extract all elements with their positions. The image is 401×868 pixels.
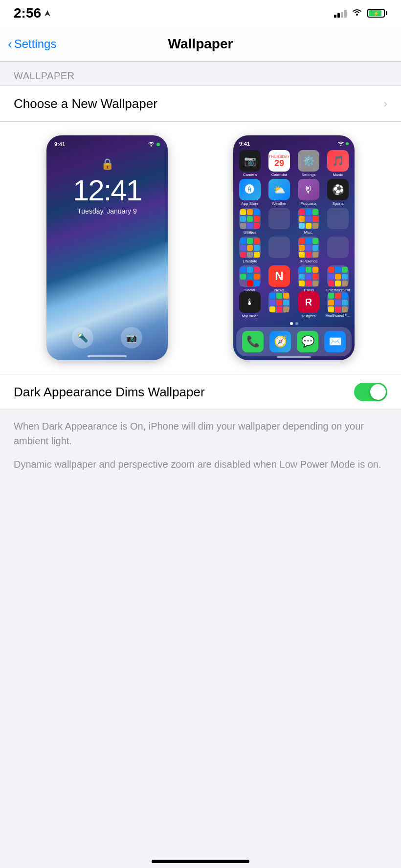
footer-note-1: When Dark Appearance is On, iPhone will …	[14, 419, 387, 448]
back-button[interactable]: ‹ Settings	[8, 37, 56, 51]
flashlight-icon: 🔦	[72, 327, 93, 348]
lock-wifi-icon	[148, 142, 155, 147]
lock-status-bar: 9:41	[46, 135, 168, 149]
lock-home-bar	[88, 355, 127, 357]
chevron-right-icon: ›	[383, 97, 387, 110]
section-header-wallpaper: WALLPAPER	[0, 62, 401, 86]
lock-screen-preview[interactable]: 9:41 🔒 12:41 Tuesday, January 9 🔦	[46, 135, 168, 360]
home-page-dots	[233, 320, 355, 327]
app-myradar: 🌡 MyRadar	[236, 291, 264, 318]
home-status-bar: 9:41	[233, 135, 355, 148]
home-extra-row: 🌡 MyRadar	[233, 291, 355, 320]
app-weather: ⛅ Weather	[266, 179, 293, 206]
time-label: 2:56	[14, 5, 41, 21]
app-empty4	[324, 237, 352, 263]
app-sports: ⚽ Sports	[324, 179, 352, 206]
page-title: Wallpaper	[168, 36, 233, 52]
app-misc: Misc.	[295, 208, 322, 235]
app-music: 🎵 Music	[324, 150, 352, 177]
home-indicator	[277, 356, 311, 358]
app-calendar: Thursday 29 Calendar	[266, 150, 293, 177]
lock-date: Tuesday, January 9	[77, 207, 136, 215]
app-news: N News	[266, 265, 293, 291]
footer-note-2: Dynamic wallpaper and perspective zoom a…	[14, 457, 387, 472]
app-podcasts: 🎙 Podcasts	[295, 179, 322, 206]
home-app-grid: 📷 Camera Thursday 29 Calendar ⚙️ Setting…	[233, 148, 355, 291]
home-screen-preview[interactable]: 9:41 📷 Camera	[233, 135, 355, 360]
page-dot-2	[295, 322, 298, 325]
svg-point-1	[356, 14, 358, 16]
svg-point-3	[340, 145, 341, 146]
back-label: Settings	[14, 37, 57, 51]
lock-time-tiny: 9:41	[54, 141, 65, 147]
dock-mail: ✉️	[324, 331, 346, 352]
toggle-knob	[370, 384, 386, 400]
lock-clock: 12:41	[73, 174, 141, 207]
dock-safari: 🧭	[269, 331, 291, 352]
lock-screen-display: 9:41 🔒 12:41 Tuesday, January 9 🔦	[46, 135, 168, 360]
app-folder3	[266, 291, 293, 318]
lock-bottom-controls: 🔦 📷	[46, 327, 168, 348]
app-healthcare: Healthcare&Fit...	[324, 291, 352, 318]
app-utilities: Utilities	[236, 208, 264, 235]
app-settings: ⚙️ Settings	[295, 150, 322, 177]
bottom-padding	[0, 480, 401, 578]
dock-messages: 💬	[297, 331, 318, 352]
svg-point-2	[151, 145, 152, 146]
app-travel: Travel	[295, 265, 322, 291]
home-indicator-bar	[152, 860, 249, 863]
status-time-display: 2:56	[14, 5, 51, 21]
app-rutgers: R Rutgers	[295, 291, 322, 318]
app-camera: 📷 Camera	[236, 150, 264, 177]
app-folder2: Lifestyle	[236, 237, 264, 263]
choose-wallpaper-item[interactable]: Choose a New Wallpaper ›	[0, 86, 401, 121]
page-dot-1	[290, 322, 293, 325]
dark-appearance-toggle[interactable]	[354, 383, 387, 401]
section-header-label: WALLPAPER	[14, 70, 75, 81]
dock-phone: 📞	[242, 331, 264, 352]
back-chevron-icon: ‹	[8, 38, 12, 50]
home-screen-display: 9:41 📷 Camera	[233, 135, 355, 360]
camera-icon: 📷	[121, 327, 142, 348]
choose-wallpaper-label: Choose a New Wallpaper	[14, 96, 157, 111]
dark-appearance-label: Dark Appearance Dims Wallpaper	[14, 385, 205, 400]
app-appstore: 🅐 App Store	[236, 179, 264, 206]
app-empty2	[324, 208, 352, 235]
wifi-icon	[352, 8, 362, 19]
app-empty1	[266, 208, 293, 235]
status-bar: 2:56 ⚡	[0, 0, 401, 26]
app-entertainment: Entertainment	[324, 265, 352, 291]
lock-green-dot	[156, 143, 160, 146]
location-icon	[44, 10, 51, 17]
app-empty3	[266, 237, 293, 263]
dark-appearance-toggle-row: Dark Appearance Dims Wallpaper	[0, 374, 401, 410]
nav-bar: ‹ Settings Wallpaper	[0, 26, 401, 62]
wallpaper-list-section: Choose a New Wallpaper ›	[0, 86, 401, 122]
signal-icon	[334, 9, 347, 18]
svg-marker-0	[45, 10, 50, 16]
lock-status-icons	[148, 142, 160, 147]
home-dock: 📞 🧭 💬 ✉️	[236, 327, 352, 356]
dark-appearance-section: Dark Appearance Dims Wallpaper	[0, 374, 401, 410]
footer-notes-section: When Dark Appearance is On, iPhone will …	[0, 410, 401, 480]
battery-icon: ⚡	[367, 9, 387, 18]
app-social: Social	[236, 265, 264, 291]
wallpaper-preview-section: 9:41 🔒 12:41 Tuesday, January 9 🔦	[0, 122, 401, 374]
lock-icon: 🔒	[101, 158, 114, 171]
home-time: 9:41	[239, 141, 250, 147]
app-reference: Reference	[295, 237, 322, 263]
status-icons: ⚡	[334, 8, 387, 19]
